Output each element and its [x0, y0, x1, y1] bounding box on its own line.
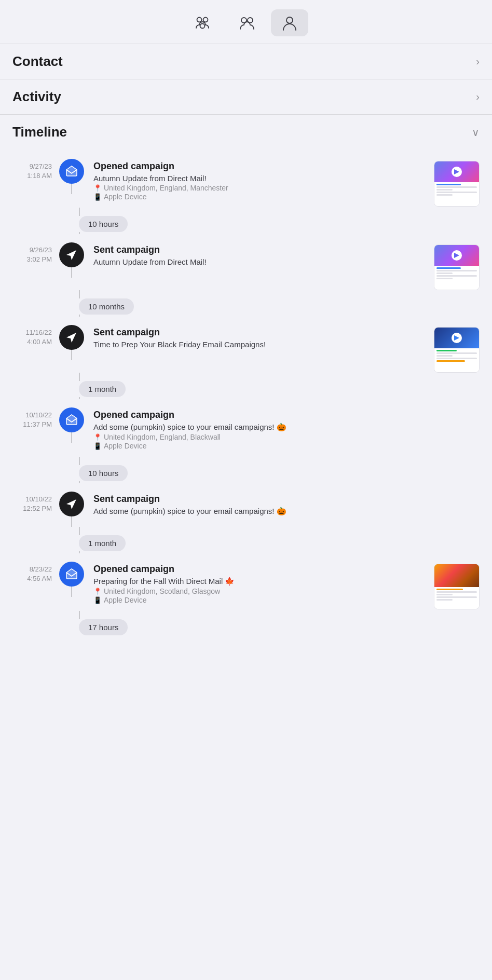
phone-icon-1: 📱: [93, 193, 102, 201]
event-meta-device-4: 📱 Apple Device: [93, 442, 480, 450]
activity-section-header[interactable]: Activity ›: [0, 79, 492, 114]
top-nav: [0, 0, 492, 44]
event-meta-device-6: 📱 Apple Device: [93, 596, 428, 604]
timeline-item-5: 10/10/2212:52 PM Sent campaign Add some …: [0, 483, 492, 527]
timeline-chevron-down-icon: ∨: [472, 126, 480, 139]
date-6: 8/23/224:56 AM: [12, 565, 52, 583]
event-subtitle-5: Add some (pumpkin) spice to your email c…: [93, 507, 480, 516]
envelope-open-icon: [65, 165, 78, 178]
nav-group-small-button[interactable]: [227, 9, 265, 36]
thumb-top-3: [434, 328, 479, 348]
activity-title: Activity: [12, 89, 61, 105]
event-meta-device-1: 📱 Apple Device: [93, 193, 428, 201]
thumb-body-3: [434, 348, 479, 372]
timeline-container: 9/27/231:18 AM Opened campaign Autumn Up…: [0, 145, 492, 652]
svg-point-1: [203, 18, 208, 22]
gap-1: 10 hours: [0, 208, 492, 234]
campaign-thumbnail-3: [434, 327, 480, 373]
date-1: 9/27/231:18 AM: [12, 162, 52, 181]
content-col-3: Sent campaign Time to Prep Your Black Fr…: [93, 325, 428, 356]
gap-line-top-1: [79, 208, 80, 216]
event-subtitle-1: Autumn Update from Direct Mail!: [93, 174, 428, 183]
thumb-logo-2: [452, 250, 462, 261]
dm-logo-icon-1: [453, 168, 460, 175]
contact-section-header[interactable]: Contact ›: [0, 44, 492, 79]
nav-group-large-button[interactable]: [184, 9, 221, 36]
timeline-item-4: 10/10/2211:37 PM Opened campaign Add som…: [0, 399, 492, 457]
gap-line-top-3: [79, 373, 80, 381]
gap-badge-1: 10 hours: [79, 216, 128, 232]
send-icon-2: [65, 248, 78, 262]
thumb-col-1: [434, 159, 480, 207]
time-col-5: 10/10/2212:52 PM: [12, 492, 59, 513]
campaign-thumbnail-6: [434, 564, 480, 609]
content-col-4: Opened campaign Add some (pumpkin) spice…: [93, 407, 480, 457]
gap-line-top-4: [79, 457, 80, 465]
group-large-icon: [193, 13, 212, 32]
gap-badge-4: 10 hours: [79, 465, 128, 481]
sent-icon-2: [59, 242, 84, 267]
sent-icon-5: [59, 492, 84, 516]
svg-point-5: [286, 17, 293, 23]
event-title-2: Sent campaign: [93, 244, 428, 255]
envelope-open-icon-6: [65, 567, 78, 581]
event-subtitle-3: Time to Prep Your Black Friday Email Cam…: [93, 340, 428, 349]
thumb-col-6: [434, 562, 480, 609]
gap-3: 1 month: [0, 373, 492, 399]
event-title-3: Sent campaign: [93, 327, 428, 338]
event-subtitle-4: Add some (pumpkin) spice to your email c…: [93, 423, 480, 432]
event-title-4: Opened campaign: [93, 410, 480, 420]
time-col-3: 11/16/224:00 AM: [12, 325, 59, 347]
timeline-item-6: 8/23/224:56 AM Opened campaign Preparing…: [0, 553, 492, 611]
thumb-logo-1: [452, 167, 462, 177]
event-meta-location-4: 📍 United Kingdom, England, Blackwall: [93, 433, 480, 441]
event-title-1: Opened campaign: [93, 161, 428, 172]
dm-logo-icon-2: [453, 252, 460, 259]
line-2: [71, 267, 72, 278]
time-col-4: 10/10/2211:37 PM: [12, 407, 59, 429]
opened-icon-4: [59, 407, 84, 432]
thumb-top-2: [434, 245, 479, 266]
gap-line-top-6: [79, 611, 80, 619]
icon-col-2: [59, 242, 84, 278]
timeline-item-1: 9/27/231:18 AM Opened campaign Autumn Up…: [0, 151, 492, 208]
gap-badge-3: 1 month: [79, 381, 126, 397]
thumb-body-6: [434, 587, 479, 609]
thumb-col-2: [434, 242, 480, 290]
envelope-open-icon-4: [65, 413, 78, 427]
campaign-thumbnail-2: [434, 244, 480, 290]
line-6: [71, 587, 72, 597]
gap-badge-2: 10 months: [79, 298, 134, 315]
gap-5: 1 month: [0, 527, 492, 553]
date-3: 11/16/224:00 AM: [12, 328, 52, 347]
svg-marker-8: [454, 335, 459, 341]
gap-2: 10 months: [0, 290, 492, 317]
opened-icon-1: [59, 159, 84, 184]
svg-marker-7: [454, 253, 459, 258]
line-5: [71, 516, 72, 527]
event-title-5: Sent campaign: [93, 494, 480, 505]
date-2: 9/26/233:02 PM: [12, 246, 52, 264]
nav-person-button[interactable]: [271, 9, 308, 36]
content-col-2: Sent campaign Autumn Update from Direct …: [93, 242, 428, 274]
gap-4: 10 hours: [0, 457, 492, 483]
content-col-1: Opened campaign Autumn Update from Direc…: [93, 159, 428, 208]
thumb-body-2: [434, 266, 479, 290]
event-subtitle-6: Preparing for the Fall With Direct Mail …: [93, 577, 428, 586]
thumb-col-3: [434, 325, 480, 373]
phone-icon-4: 📱: [93, 442, 102, 450]
icon-col-1: [59, 159, 84, 194]
timeline-item-2: 9/26/233:02 PM Sent campaign Autumn Upda…: [0, 234, 492, 290]
icon-col-3: [59, 325, 84, 360]
timeline-title: Timeline: [12, 124, 67, 140]
thumb-top-1: [434, 161, 479, 182]
pin-icon-1: 📍: [93, 184, 102, 192]
icon-col-5: [59, 492, 84, 527]
activity-chevron-icon: ›: [476, 91, 480, 103]
dm-logo-icon-3: [453, 334, 460, 342]
thumb-logo-3: [452, 333, 462, 343]
phone-icon-6: 📱: [93, 596, 102, 604]
gap-6: 17 hours: [0, 611, 492, 652]
icon-col-6: [59, 562, 84, 597]
timeline-section-header[interactable]: Timeline ∨: [0, 114, 492, 145]
